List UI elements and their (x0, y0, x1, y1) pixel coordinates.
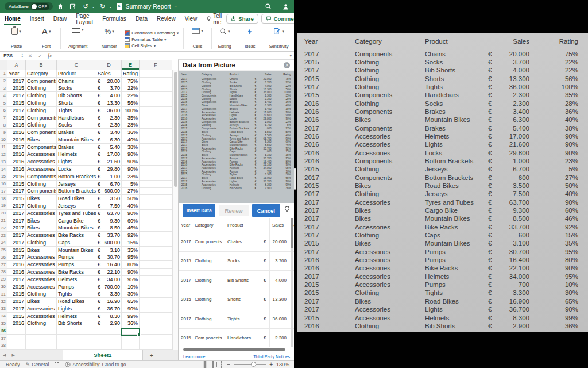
grid-cell[interactable] (140, 181, 172, 188)
row-header-8[interactable]: 8 (0, 121, 7, 129)
grid-cell[interactable] (140, 283, 172, 291)
grid-cell[interactable]: Shorts (57, 99, 96, 107)
grid-cell[interactable]: Bikes (26, 217, 57, 225)
grid-cell[interactable]: 2016 (7, 269, 26, 276)
grid-cell[interactable] (140, 327, 172, 335)
grid-cell[interactable]: 2015 (7, 195, 26, 202)
select-all-corner[interactable] (0, 60, 7, 70)
grid-cell[interactable]: 30% (122, 290, 140, 298)
grid-cell[interactable]: €3.30 (96, 290, 122, 298)
grid-cell[interactable]: 38% (122, 144, 140, 151)
grid-cell[interactable]: Clothing (26, 107, 57, 114)
toolbar-options-icon[interactable]: ⌄ (109, 4, 113, 9)
grid-cell[interactable]: Product (57, 70, 96, 78)
grid-cell[interactable]: 2015 (7, 313, 26, 320)
row-header-13[interactable]: 13 (0, 158, 7, 166)
tab-view[interactable]: View (180, 13, 202, 25)
preview-row[interactable]: 2017ClothingTights€36.000100% (179, 309, 295, 329)
grid-cell[interactable]: Accessories (26, 232, 57, 239)
add-sheet-button[interactable]: + (143, 352, 160, 359)
grid-cell[interactable]: €600.00 (96, 239, 122, 247)
grid-cell[interactable]: 10% (122, 283, 140, 291)
cancel-entry-icon[interactable]: ✕ (25, 53, 35, 59)
grid-cell[interactable]: €22.10 (96, 269, 122, 276)
grid-cell[interactable]: Clothing (26, 181, 57, 188)
page-layout-view-button[interactable] (211, 361, 215, 368)
grid-cell[interactable]: €21.60 (96, 158, 122, 166)
sheet-tab-sheet1[interactable]: Sheet1 (63, 350, 143, 361)
grid-cell[interactable]: Clothing (26, 99, 57, 107)
tab-review[interactable]: Review (152, 13, 180, 25)
grid-cell[interactable]: €700.00 (96, 283, 122, 291)
learn-more-link[interactable]: Learn more (183, 354, 205, 359)
grid-cell[interactable]: €6.70 (96, 181, 122, 188)
grid-cell[interactable]: Clothing (26, 290, 57, 298)
grid-cell[interactable]: Mountain Bikes (57, 224, 96, 232)
grid-cell[interactable]: Brakes (57, 129, 96, 136)
grid-cell[interactable] (57, 342, 96, 350)
grid-cell[interactable]: Bikes (26, 224, 57, 232)
row-header-19[interactable]: 19 (0, 202, 7, 210)
grid-cell[interactable]: Jerseys (57, 202, 96, 210)
tab-home[interactable]: Home (0, 13, 25, 25)
grid-cell[interactable]: €33.70 (96, 232, 122, 239)
sensitivity-group[interactable]: ▾ Sensitivity (264, 25, 294, 51)
grid-cell[interactable] (140, 290, 172, 298)
document-title[interactable]: Summary Report (125, 3, 171, 10)
grid-cell[interactable] (140, 239, 172, 247)
grid-cell[interactable]: Com ponents (26, 114, 57, 122)
tab-data[interactable]: Data (131, 13, 152, 25)
grid-cell[interactable]: Socks (57, 85, 96, 93)
grid-cell[interactable]: €3.50 (96, 195, 122, 202)
grid-cell[interactable]: Accessories (26, 269, 57, 276)
preview-row[interactable]: 2017ClothingBib Shorts€4.00022% (179, 271, 295, 290)
grid-cell[interactable]: 40% (122, 136, 140, 144)
cell-styles-button[interactable]: Cell Styles▾ (125, 43, 156, 48)
row-header-29[interactable]: 29 (0, 276, 7, 283)
row-header-32[interactable]: 32 (0, 298, 7, 305)
grid-cell[interactable]: 95% (122, 276, 140, 283)
grid-cell[interactable]: 2017 (7, 144, 26, 151)
tip-lightbulb-icon[interactable] (284, 205, 291, 216)
row-header-20[interactable]: 20 (0, 210, 7, 217)
row-header-23[interactable]: 23 (0, 232, 7, 239)
cells-group[interactable]: ▾ Cells (185, 25, 210, 51)
grid-cell[interactable]: 2016 (7, 320, 26, 328)
grid-cell[interactable]: Bikes (26, 136, 57, 144)
row-header-27[interactable]: 27 (0, 261, 7, 269)
pane-close-icon[interactable]: ✕ (284, 62, 290, 68)
grid-cell[interactable]: 2015 (7, 247, 26, 254)
grid-cell[interactable] (140, 78, 172, 85)
zoom-slider[interactable] (234, 364, 266, 365)
grid-cell[interactable] (57, 327, 96, 335)
grid-cell[interactable] (140, 247, 172, 254)
row-header-14[interactable]: 14 (0, 166, 7, 173)
grid-cell[interactable]: Lights (57, 158, 96, 166)
grid-cell[interactable]: Accessories (26, 305, 57, 313)
column-header-C[interactable]: C (57, 60, 96, 70)
grid-cell[interactable]: €2.30 (96, 121, 122, 129)
grid-cell[interactable] (140, 70, 172, 78)
grid-cell[interactable]: Clothing (26, 121, 57, 129)
grid-cell[interactable]: 2016 (7, 121, 26, 129)
grid-cell[interactable]: 50% (122, 195, 140, 202)
tab-draw[interactable]: Draw (49, 13, 71, 25)
grid-cell[interactable]: Chains (57, 78, 96, 85)
row-header-24[interactable]: 24 (0, 239, 7, 247)
grid-vscroll-thumb[interactable] (174, 72, 177, 187)
grid-cell[interactable]: 2016 (7, 261, 26, 269)
grid-cell[interactable] (140, 195, 172, 202)
grid-cell[interactable]: 2016 (7, 166, 26, 173)
accessibility-status[interactable]: Accessibility: Good to go (65, 362, 126, 367)
grid-cell[interactable]: €2.30 (96, 114, 122, 122)
grid-cell[interactable] (140, 158, 172, 166)
grid-cell[interactable] (7, 335, 26, 342)
row-header-16[interactable]: 16 (0, 181, 7, 188)
grid-cell[interactable]: Com ponents (26, 78, 57, 85)
grid-cell[interactable]: Bottom Brackets (57, 173, 96, 181)
grid-cell[interactable]: Caps (57, 239, 96, 247)
grid-cell[interactable]: €30.70 (96, 254, 122, 262)
row-header-38[interactable]: 38 (0, 342, 7, 350)
grid-cell[interactable]: 90% (122, 305, 140, 313)
normal-view-button[interactable] (203, 361, 207, 368)
